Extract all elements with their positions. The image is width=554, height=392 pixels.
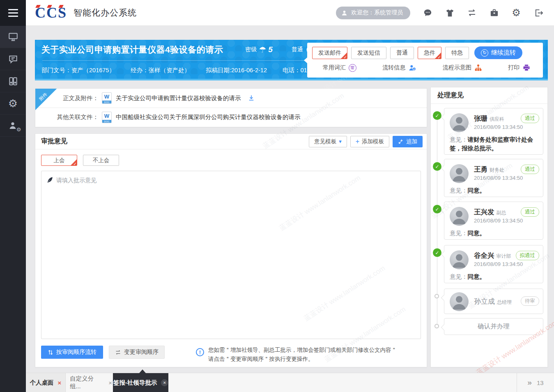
sidebar-item-user-admin[interactable]: ⚙ — [0, 115, 26, 137]
settings-icon[interactable]: ⚙ — [511, 8, 521, 18]
plus-icon: + — [356, 138, 359, 145]
priority-extra-urgent-button[interactable]: 特急 — [445, 47, 469, 59]
info-icon: ! — [196, 348, 204, 356]
message-icon — [8, 54, 18, 64]
user-icon — [341, 9, 348, 16]
notice-block: ! 您如需＂增加社领导、副总工批示，增加会签部门或相关部门修改公文内容＂ 请点击… — [196, 346, 397, 364]
timeline-pending-node — [434, 324, 439, 328]
bottom-tab-bar: 个人桌面 × 自定义分组... × 签报-社领导批示 × » 13 — [26, 373, 554, 392]
avatar — [450, 250, 469, 269]
word-doc-icon: WDOC — [102, 112, 112, 123]
common-words-tool[interactable]: 常用词汇 常 — [323, 64, 356, 72]
user-welcome-pill[interactable]: 欢迎您：系统管理员 — [336, 7, 410, 19]
add-template-button[interactable]: + 添加模板 — [350, 136, 389, 147]
chat-icon[interactable] — [423, 8, 432, 18]
check-icon: ✓ — [74, 162, 77, 166]
switch-icon[interactable] — [467, 8, 477, 18]
user-admin-icon: ⚙ — [8, 121, 18, 131]
continue-flow-button[interactable]: ↻ 继续流转 — [474, 46, 522, 59]
status-badge: 拟通过 — [516, 251, 540, 260]
opinion-card[interactable]: 张珊供应科 通过 2016/08/09 13:34:50 意见：请财务处和监察审… — [444, 108, 543, 155]
close-icon[interactable]: × — [161, 379, 168, 386]
append-icon — [398, 139, 404, 144]
tab-signed-report-active[interactable]: 签报-社领导批示 × — [113, 373, 168, 392]
word-doc-icon: WDOC — [102, 92, 112, 104]
flow-info-tool[interactable]: 流转信息 — [382, 64, 416, 72]
status-badge: 待审 — [521, 296, 539, 306]
tab-count: 13 — [537, 379, 544, 386]
send-sms-button[interactable]: 发送短信 — [351, 47, 386, 59]
more-tabs-icon[interactable]: » — [527, 378, 532, 387]
left-sidebar: ⚙ ⚙ — [0, 0, 26, 392]
status-badge: 通过 — [521, 207, 539, 217]
doc-number: 部门文号：资产（201675） — [41, 66, 115, 74]
opinion-card[interactable]: 王兴发副总 通过 2016/08/09 13:34:50 意见：同意。 — [444, 202, 543, 240]
notice-line-2: 请点击＂变更审阅顺序＂按执行变更操作。 — [208, 355, 397, 364]
menu-toggle-button[interactable] — [0, 0, 26, 26]
timeline-check-node: ✓ — [433, 162, 441, 171]
related-file-link[interactable]: 中国船级社实业公司关于所属深圳分公司购买计量仪器校验设备的请示 — [116, 113, 301, 121]
opinion-textarea[interactable] — [41, 171, 421, 339]
common-words-icon: 常 — [349, 64, 356, 72]
close-icon[interactable]: × — [108, 380, 112, 386]
refresh-icon: ↻ — [481, 49, 488, 57]
gear-icon: ⚙ — [8, 98, 18, 109]
priority-urgent-button[interactable]: 急件✓ — [418, 47, 441, 59]
top-bar: CCS 智能化办公系统 欢迎您：系统管理员 ⚙ — [26, 0, 554, 26]
timeline-check-node: ✓ — [433, 205, 441, 213]
send-mail-button[interactable]: 发送邮件✓ — [312, 47, 347, 59]
printer-icon — [522, 64, 531, 72]
sidebar-item-settings[interactable]: ⚙ — [0, 92, 26, 115]
quill-icon — [46, 177, 53, 183]
opinion-card[interactable]: 谷全兴审计部 拟通过 2016/08/09 13:34:50 意见：同意。 — [444, 245, 543, 283]
append-button[interactable]: 追加 — [393, 136, 423, 147]
sort-arrows-icon — [48, 349, 53, 355]
desktop-icon — [8, 32, 18, 42]
flow-by-order-button[interactable]: 按审阅顺序流转 — [41, 346, 103, 359]
check-icon: ✓ — [438, 55, 441, 59]
print-tool[interactable]: 打印 — [508, 64, 531, 72]
check-icon: ✓ — [344, 55, 347, 59]
notice-line-1: 您如需＂增加社领导、副总工批示，增加会签部门或相关部门修改公文内容＂ — [208, 346, 397, 355]
logout-icon[interactable] — [533, 8, 543, 18]
opinion-template-dropdown[interactable]: 意见模板 ▾ — [309, 136, 347, 147]
avatar — [450, 207, 469, 226]
sidebar-item-messages[interactable] — [0, 48, 26, 70]
briefcase-icon[interactable] — [489, 8, 499, 18]
tab-overflow: » 13 — [517, 373, 554, 392]
action-panel: 发送邮件✓ 发送短信 普通 急件✓ 特急 ↻ 继续流转 常用词汇 常 — [307, 43, 543, 78]
app-logo: CCS — [35, 5, 67, 20]
document-header: 关于实业公司申请购置计量仪器4验设备的请示 密级 ☂ 5 普通 部门文号：资产（… — [35, 40, 548, 80]
related-files-label: 其他关联文件： — [50, 113, 99, 121]
close-icon[interactable]: × — [58, 380, 62, 386]
org-chart-icon — [474, 64, 482, 72]
app-title: 智能化办公系统 — [74, 7, 137, 18]
meeting-yes-button[interactable]: 上会✓ — [41, 155, 77, 166]
final-step-card[interactable]: 确认并办理 — [444, 318, 543, 335]
download-icon[interactable] — [248, 94, 255, 102]
avatar — [450, 164, 469, 183]
opinion-card[interactable]: 王勇财务处 通过 2016/08/09 13:34:50 意见：同意。 — [444, 159, 543, 197]
main-attachment-label: 正文及附件： — [50, 94, 99, 102]
theme-icon[interactable] — [445, 8, 455, 18]
priority-normal-button[interactable]: 普通 — [390, 47, 414, 59]
main-attachment-link[interactable]: 关于实业公司申请购置计量仪器校验设备的请示 — [116, 94, 241, 102]
avatar — [450, 113, 469, 132]
meeting-no-button[interactable]: 不上会 — [83, 155, 119, 166]
avatar — [450, 292, 469, 311]
sidebar-item-archive[interactable] — [0, 70, 26, 92]
tab-custom-group[interactable]: 自定义分组... × — [70, 373, 112, 392]
change-order-button[interactable]: 变更审阅顺序 — [109, 346, 165, 359]
umbrella-icon: ☂ — [259, 46, 266, 54]
chevron-down-icon: ▾ — [339, 138, 342, 144]
opinion-card-pending[interactable]: 孙立成总经理 待审 — [444, 289, 543, 314]
flow-chart-tool[interactable]: 流程示意图 — [443, 64, 482, 72]
sidebar-item-desktop[interactable] — [0, 26, 26, 48]
status-badge: 通过 — [521, 165, 539, 174]
opinions-title: 处理意见 — [431, 87, 547, 104]
attachments-panel: 附件 正文及附件： WDOC 关于实业公司申请购置计量仪器校验设备的请示 其他关… — [35, 88, 427, 127]
swap-lines-icon — [115, 349, 121, 355]
tab-personal-desktop[interactable]: 个人桌面 × — [26, 373, 66, 392]
secrecy-level: 密级 ☂ 5 — [245, 45, 273, 54]
opinion-editor — [41, 171, 421, 339]
